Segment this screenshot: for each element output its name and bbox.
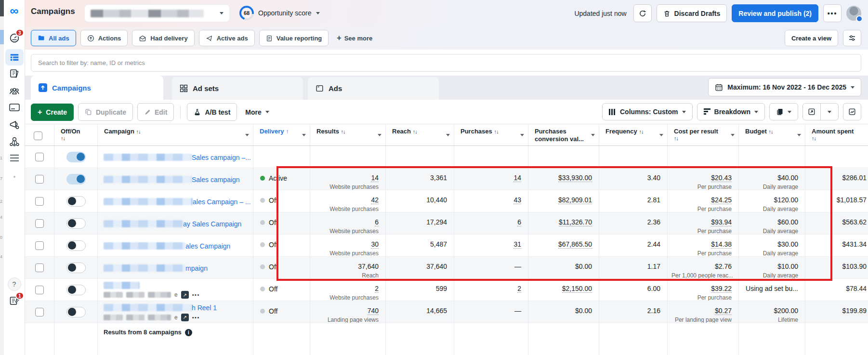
opportunity-score[interactable]: 68 Opportunity score [239, 6, 320, 20]
view-settings-button[interactable] [843, 30, 861, 46]
chevron-down-icon[interactable] [731, 134, 735, 136]
boost-icon[interactable]: ↗ [181, 291, 189, 299]
chevron-down-icon[interactable] [378, 134, 381, 136]
results-sublabel: Website purchases [314, 228, 379, 235]
more-button[interactable]: More [241, 108, 273, 116]
cost-per-result-cell: $14.38 Per purchase [668, 235, 739, 257]
sidebar-item-assets[interactable] [8, 135, 20, 147]
sidebar-item-account-overview[interactable]: 3 [9, 32, 20, 43]
filter-pill-active-ads[interactable]: Active ads [199, 30, 255, 46]
campaign-name-link[interactable]: ales Campaign [185, 242, 230, 250]
campaign-toggle[interactable] [66, 285, 86, 295]
campaign-toggle[interactable] [66, 263, 86, 273]
row-checkbox[interactable] [35, 175, 44, 184]
chevron-down-icon[interactable] [446, 134, 450, 136]
review-and-publish-button[interactable]: Review and publish (2) [732, 4, 818, 22]
row-checkbox[interactable] [35, 197, 44, 206]
campaign-toggle[interactable] [66, 152, 86, 162]
edit-button[interactable]: Edit [137, 103, 174, 121]
sidebar-item-all-tools[interactable] [9, 153, 20, 163]
sidebar-item-audiences[interactable] [8, 85, 20, 97]
campaign-toggle[interactable] [66, 196, 86, 207]
boost-icon[interactable]: ↗ [181, 314, 189, 321]
column-header-purchases[interactable]: Purchases ↑↓ [454, 124, 528, 145]
row-menu-button[interactable]: ••• [192, 292, 200, 298]
avatar[interactable] [846, 6, 861, 21]
chevron-down-icon[interactable] [797, 134, 801, 136]
results-summary: Results from 8 campaigns i [98, 323, 253, 336]
account-selector[interactable] [84, 4, 230, 22]
campaign-name-link[interactable]: Sales campaign [192, 176, 240, 184]
column-header-off-on[interactable]: Off/On ↑↓ [54, 124, 98, 145]
breakdown-button[interactable]: Breakdown [697, 103, 765, 120]
sidebar-item-billing[interactable] [8, 102, 20, 113]
create-button[interactable]: + Create [31, 104, 74, 121]
search-input[interactable] [31, 54, 861, 72]
column-header-campaign[interactable]: Campaign ↑↓ [98, 124, 253, 145]
campaign-toggle[interactable] [66, 174, 86, 184]
column-header-budget[interactable]: Budget ↑↓ [739, 124, 805, 145]
more-options-button[interactable]: ••• [823, 4, 842, 22]
chevron-down-icon[interactable] [659, 134, 663, 136]
tab-ad-sets[interactable]: Ad sets [172, 77, 303, 100]
delivery-cell: Off [253, 301, 310, 323]
column-header-purchases-conversion-value[interactable]: Purchases conversion val... [528, 124, 599, 145]
sidebar-item-pages[interactable] [9, 68, 20, 79]
tab-ads[interactable]: Ads [308, 77, 439, 100]
row-checkbox[interactable] [35, 308, 44, 316]
row-checkbox[interactable] [35, 219, 44, 228]
filter-pill-actions[interactable]: Actions [80, 30, 128, 46]
campaign-toggle[interactable] [66, 307, 86, 317]
create-a-view-button[interactable]: Create a view [785, 30, 838, 46]
sidebar-item-campaigns[interactable] [5, 49, 24, 66]
sidebar-item-ads-reporting[interactable] [8, 118, 20, 131]
see-more-button[interactable]: + See more [333, 34, 376, 42]
campaign-toggle[interactable] [66, 218, 86, 229]
sort-icon: ↑↓ [674, 135, 729, 142]
budget-cell [739, 146, 805, 168]
column-header-cost-per-result[interactable]: Cost per result ↑↓ [668, 124, 739, 145]
duplicate-button[interactable]: Duplicate [78, 103, 133, 121]
help-button[interactable]: ? [8, 277, 21, 291]
campaign-toggle[interactable] [66, 240, 86, 251]
export-options-button[interactable] [820, 103, 839, 120]
meta-logo-icon[interactable]: ∞ [10, 5, 19, 17]
select-all-checkbox[interactable] [34, 131, 42, 140]
feedback-button[interactable]: 1 [9, 295, 20, 306]
filter-pill-value-reporting[interactable]: Value reporting [259, 30, 329, 46]
row-checkbox[interactable] [35, 153, 44, 161]
campaign-name-link[interactable]: ales Campaign – ... [193, 198, 251, 206]
refresh-button[interactable] [633, 4, 652, 22]
row-checkbox[interactable] [35, 263, 44, 272]
results-sublabel: Reach [314, 272, 379, 279]
row-checkbox[interactable] [35, 286, 44, 294]
column-header-delivery[interactable]: Delivery ↑ [253, 124, 310, 145]
column-header-results[interactable]: Results ↑↓ [310, 124, 386, 145]
page-name-redacted [104, 315, 123, 320]
export-button[interactable] [802, 103, 821, 120]
reports-button[interactable] [769, 103, 798, 120]
campaign-name-link[interactable]: Sales campaign –... [192, 154, 251, 161]
row-checkbox[interactable] [35, 241, 44, 250]
chevron-down-icon[interactable] [520, 134, 524, 136]
campaign-name-link[interactable]: ay Sales Campaign [183, 220, 241, 228]
column-header-reach[interactable]: Reach ↑↓ [386, 124, 454, 145]
filter-pill-had-delivery[interactable]: Had delivery [132, 30, 194, 46]
chevron-down-icon[interactable] [245, 134, 249, 136]
columns-button[interactable]: Columns: Custom [602, 103, 693, 120]
ab-test-button[interactable]: A/B test [187, 103, 237, 121]
campaign-name-link[interactable]: mpaign [185, 264, 208, 272]
filter-pill-all-ads[interactable]: All ads [31, 30, 76, 46]
row-toggle-cell [54, 279, 98, 301]
chevron-down-icon[interactable] [302, 134, 306, 136]
tab-campaigns[interactable]: Campaigns [31, 76, 163, 100]
info-icon[interactable]: i [185, 329, 192, 336]
date-range-selector[interactable]: Maximum: 16 Nov 2022 - 16 Dec 2025 [708, 78, 861, 96]
charts-button[interactable] [843, 103, 861, 120]
column-header-amount-spent[interactable]: Amount spent ↑↓ [805, 124, 868, 145]
discard-drafts-button[interactable]: Discard Drafts [657, 4, 727, 22]
chevron-down-icon[interactable] [591, 134, 595, 136]
column-header-frequency[interactable]: Frequency ↑↓ [599, 124, 668, 145]
campaign-name-link[interactable]: h Reel 1 [192, 304, 217, 312]
row-menu-button[interactable]: ••• [192, 315, 200, 320]
